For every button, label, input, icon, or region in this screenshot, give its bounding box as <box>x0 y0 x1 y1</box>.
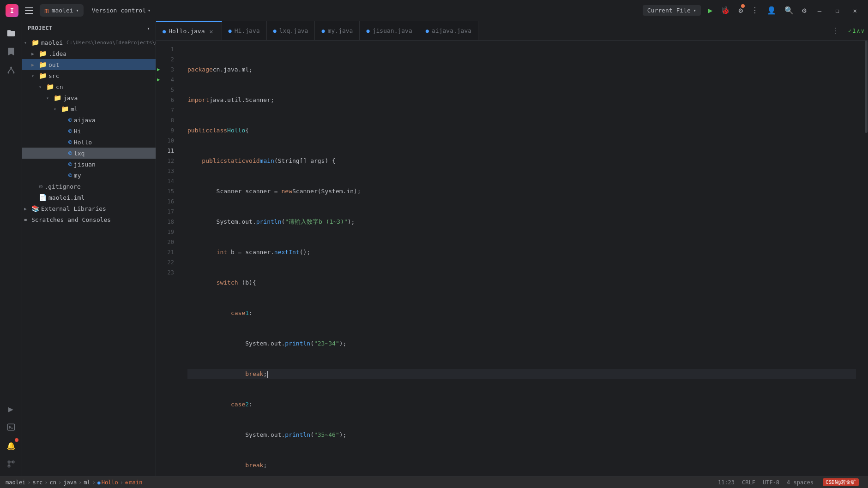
code-line-6: System.out.println("请输入数字b (1~3)"); <box>187 217 856 227</box>
tree-item-out[interactable]: ▶ 📁 out <box>22 59 156 70</box>
account-button[interactable]: 👤 <box>764 3 779 18</box>
tree-label: maolei <box>41 39 63 46</box>
tree-item-src[interactable]: ▾ 📁 src <box>22 70 156 81</box>
code-line-14: break; <box>187 460 856 470</box>
indent[interactable]: 4 spaces <box>783 479 817 486</box>
line-numbers: 1 2 ▶3 ▶4 5 6 7 8 9 10 11 12 13 14 15 16 <box>156 41 180 476</box>
run-gutter-icon[interactable]: ▶ <box>157 75 160 85</box>
tree-label: aijava <box>74 117 96 124</box>
code-editor[interactable]: 1 2 ▶3 ▶4 5 6 7 8 9 10 11 12 13 14 15 16 <box>156 41 868 476</box>
java-class-icon: © <box>68 116 72 124</box>
arrow-down-icon: ∨ <box>861 28 864 34</box>
tree-arrow: ▾ <box>39 84 46 89</box>
tab-my-java[interactable]: ● my.java <box>315 21 360 41</box>
tab-hollo-java[interactable]: ● Hollo.java ✕ <box>156 21 222 41</box>
activity-bookmark-icon[interactable] <box>3 43 19 60</box>
notification-badge <box>15 438 18 442</box>
hamburger-button[interactable] <box>23 6 35 16</box>
line-num-19: 19 <box>156 227 180 237</box>
sidebar-header: Project ▾ <box>22 21 156 35</box>
code-line-7: int b = scanner.nextInt(); <box>187 247 856 257</box>
tabs-more-button[interactable]: ⋮ <box>828 26 843 35</box>
tab-jisuan-java[interactable]: ● jisuan.java <box>360 21 419 41</box>
tree-label: .idea <box>48 50 66 57</box>
ide-settings-button[interactable]: ⚙ <box>799 3 809 18</box>
activity-terminal-icon[interactable] <box>3 419 19 435</box>
tree-item-cn[interactable]: ▾ 📁 cn <box>22 81 156 92</box>
version-control-button[interactable]: Version control ▾ <box>88 5 154 16</box>
tree-item-gitignore[interactable]: ▶ ⊘ .gitignore <box>22 181 156 192</box>
activity-project-icon[interactable] <box>3 25 19 42</box>
maximize-button[interactable]: ☐ <box>830 3 844 18</box>
tab-hi-java[interactable]: ● Hi.java <box>222 21 267 41</box>
line-num-21: 21 <box>156 247 180 257</box>
tree-item-aijava[interactable]: ▶ © aijava <box>22 114 156 125</box>
breadcrumb: maolei › src › cn › java › ml › ●Hollo ›… <box>6 479 143 486</box>
settings-button[interactable]: ⚙ <box>735 3 746 18</box>
line-num-3: ▶3 <box>156 65 180 75</box>
activity-run-icon[interactable]: ▶ <box>3 400 19 417</box>
tree-item-my[interactable]: ▶ © my <box>22 170 156 181</box>
tree-label: Scratches and Consoles <box>31 216 111 223</box>
tree-arrow: ≡ <box>24 217 31 222</box>
activity-notifications-icon[interactable]: 🔔 <box>3 437 19 454</box>
tree-item-maolei[interactable]: ▾ 📁 maolei C:\Users\lenovo\IdeaProjects\… <box>22 37 156 48</box>
tab-close-button[interactable]: ✕ <box>208 28 215 35</box>
cursor-pos-label: 11:23 <box>718 479 735 486</box>
tree-item-hi[interactable]: ▶ © Hi <box>22 125 156 137</box>
run-button[interactable]: ▶ <box>705 3 716 18</box>
run-gutter-icon[interactable]: ▶ <box>157 65 160 75</box>
current-file-button[interactable]: Current File ▾ <box>643 5 701 16</box>
svg-rect-1 <box>25 10 33 11</box>
tree-item-ml[interactable]: ▾ 📁 ml <box>22 103 156 114</box>
editor-scrollbar[interactable] <box>863 41 868 476</box>
activity-git-icon[interactable] <box>3 456 19 472</box>
java-class-icon: © <box>68 161 72 168</box>
tab-aijava-java[interactable]: ● aijava.java <box>419 21 478 41</box>
sidebar-tree: ▾ 📁 maolei C:\Users\lenovo\IdeaProjects\… <box>22 35 156 476</box>
encoding[interactable]: UTF-8 <box>759 479 783 486</box>
search-button[interactable]: 🔍 <box>782 3 796 18</box>
tree-item-jisuan[interactable]: ▶ © jisuan <box>22 159 156 170</box>
tree-arrow: ▶ <box>31 51 39 56</box>
tree-item-external-libs[interactable]: ▶ 📚 External Libraries <box>22 203 156 214</box>
csdn-badge[interactable]: CSDN@若金矿 <box>817 478 862 486</box>
tab-lxq-java[interactable]: ● lxq.java <box>267 21 315 41</box>
activity-structure-icon[interactable] <box>3 62 19 78</box>
tab-label: lxq.java <box>279 27 308 34</box>
tree-item-hollo[interactable]: ▶ © Hollo <box>22 137 156 148</box>
java-icon: ● <box>273 28 277 34</box>
editor-toolbar: ✓ 1 ∧ ∨ <box>844 28 868 34</box>
svg-rect-0 <box>25 7 33 8</box>
tree-item-java[interactable]: ▾ 📁 java <box>22 92 156 103</box>
code-content[interactable]: package cn.java.ml; import java.util.Sca… <box>180 41 863 476</box>
folder-icon: 📁 <box>61 105 69 113</box>
line-num-17: 17 <box>156 207 180 217</box>
line-ending[interactable]: CRLF <box>738 479 759 486</box>
tab-label: Hi.java <box>235 27 260 34</box>
close-button[interactable]: ✕ <box>848 3 862 18</box>
line-num-20: 20 <box>156 237 180 247</box>
tree-label: Hollo <box>74 139 92 146</box>
tree-item-iml[interactable]: ▶ 📄 maolei.iml <box>22 192 156 203</box>
tree-item-idea[interactable]: ▶ 📁 .idea <box>22 48 156 59</box>
more-button[interactable]: ⋮ <box>748 3 761 18</box>
project-folder-icon: 📁 <box>31 39 39 46</box>
svg-point-10 <box>12 461 14 463</box>
editor-area: ● Hollo.java ✕ ● Hi.java ● lxq.java ● my… <box>156 21 868 476</box>
app-logo: I <box>6 4 18 17</box>
line-num-11: 11 <box>156 146 180 156</box>
scroll-thumb[interactable] <box>865 41 868 133</box>
java-icon: ● <box>366 28 369 34</box>
line-num-4: ▶4 <box>156 75 180 85</box>
breadcrumb-cn: cn <box>50 479 56 486</box>
current-file-label: Current File <box>647 7 691 14</box>
tree-item-lxq[interactable]: ▶ © lxq <box>22 148 156 159</box>
project-selector[interactable]: m maolei ▾ <box>40 4 84 17</box>
debug-button[interactable]: 🐞 <box>718 3 733 18</box>
cursor-position[interactable]: 11:23 <box>714 479 738 486</box>
tab-label: jisuan.java <box>373 27 412 34</box>
tree-item-scratches[interactable]: ≡ Scratches and Consoles <box>22 214 156 225</box>
java-icon: ● <box>163 28 166 35</box>
minimize-button[interactable]: — <box>812 3 827 18</box>
